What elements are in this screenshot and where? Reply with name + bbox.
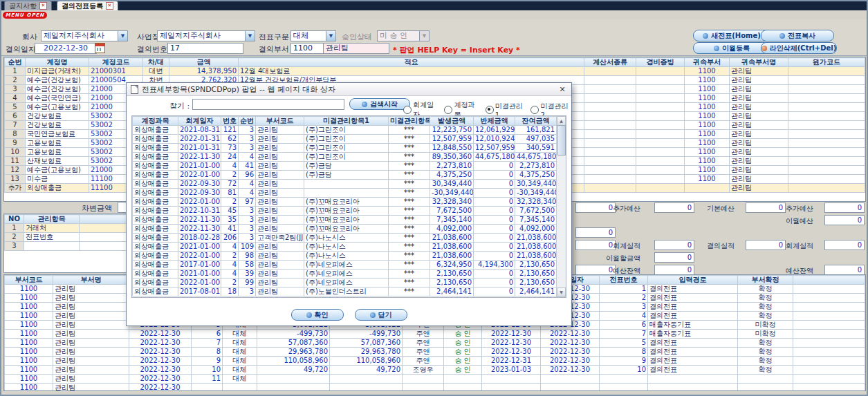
tab-notice[interactable]: 공지사항 ✕ xyxy=(4,1,52,10)
chevron-down-icon[interactable]: ▼ xyxy=(245,31,255,41)
chevron-down-icon[interactable]: ▼ xyxy=(326,31,335,41)
table-row[interactable]: 외상매출금2017-01-00458관리팀(주)네오피에스***6,324,95… xyxy=(133,261,557,270)
column-header[interactable]: 계산서종류 xyxy=(584,58,636,67)
approval-status-select[interactable]: 미 승 인 ▼ xyxy=(377,30,430,41)
table-row[interactable]: 외상매출금2021-08-311213관리팀(주)그린조이***12,223,7… xyxy=(133,126,557,135)
table-row[interactable]: 외상매출금2018-02-282063고객만족2팀(JJ(주)나노시스***21… xyxy=(133,234,557,243)
column-header[interactable]: 금액 xyxy=(169,58,239,67)
table-row[interactable]: 1100관리팀2022-12-306대체-499,730-499,730주앤승 … xyxy=(5,330,865,339)
column-header[interactable]: 귀속부서명 xyxy=(730,58,788,67)
budget-field-value[interactable]: 0 xyxy=(824,202,865,213)
table-row[interactable]: 외상매출금2022-01-00298관리팀(주)나노시스***21,038,60… xyxy=(133,252,557,261)
popup-title-bar[interactable]: 전표세부항목(SPNDCDPop) 팝업 -- 웹 페이지 대화 상자 ✕ xyxy=(127,83,571,96)
table-row[interactable]: 외상매출금2017-08-01183관리팀(주)노블인더스트리***2,464,… xyxy=(133,287,557,296)
budget-field-value[interactable]: 0 xyxy=(654,265,694,275)
tab-slip-register[interactable]: 결의전표등록 ✕ xyxy=(57,1,118,10)
column-header[interactable]: 반제금액 xyxy=(474,117,515,126)
new-slip-button[interactable]: 새전표(Home) xyxy=(693,30,770,41)
budget-field-value[interactable]: 0 xyxy=(575,265,616,275)
budget-field-value[interactable]: 0 xyxy=(575,202,616,213)
copy-slip-button[interactable]: 전표복사 xyxy=(761,30,834,41)
table-row[interactable]: 외상매출금2021-01-004109관리팀(주)나노시스***21,038,6… xyxy=(133,243,557,252)
column-header[interactable]: 원가코드 xyxy=(788,58,865,67)
scroll-up-icon[interactable]: ▲ xyxy=(557,116,566,126)
column-header[interactable]: 귀속부서 xyxy=(685,58,730,67)
slip-dept-code-field[interactable]: 1100 xyxy=(290,43,326,54)
column-header[interactable]: 부서명 xyxy=(53,276,129,285)
tab-close-icon[interactable]: ✕ xyxy=(106,2,113,10)
column-header[interactable]: 계정과목 xyxy=(133,117,178,126)
table-row[interactable]: 1100관리팀2022-12-307대체57,087,36057,087,360… xyxy=(5,339,865,348)
table-row[interactable]: 외상매출금2022-11-30413관리팀(주)꼬매요코리아***4,092,0… xyxy=(133,225,557,234)
column-header[interactable]: 순번 xyxy=(5,58,26,67)
column-header[interactable]: 적요 xyxy=(239,58,584,67)
budget-field-value[interactable]: 0 xyxy=(654,240,694,250)
carryover-register-button[interactable]: 이월등록 xyxy=(693,42,770,54)
table-row[interactable]: 외상매출금2022-10-31453관리팀(주)꼬매요코리아***7,672,5… xyxy=(133,207,557,216)
column-header[interactable]: 경비증빙 xyxy=(636,58,685,67)
table-row[interactable]: 외상매출금2022-01-00299관리팀(주)네오피에스***2,130,65… xyxy=(133,279,557,287)
column-header[interactable]: 계정명 xyxy=(26,58,89,67)
budget-field-value[interactable]: 0 xyxy=(824,240,865,250)
column-header[interactable]: 부서확정 xyxy=(738,276,793,285)
search-button[interactable]: 검색시작 xyxy=(349,98,410,110)
search-input[interactable] xyxy=(192,99,344,110)
table-row[interactable]: 외상매출금2022-11-30353관리팀(주)꼬매요코리아***7,345,1… xyxy=(133,216,557,225)
table-row[interactable]: 외상매출금2022-01-00296관리팀(주)금담***4,375,25004… xyxy=(133,171,557,180)
confirm-button[interactable]: 확인 xyxy=(291,309,344,321)
column-header[interactable]: 계정코드 xyxy=(89,58,143,67)
table-row[interactable]: 1100관리팀2022-12-3011대체 xyxy=(5,375,865,384)
scroll-down-icon[interactable]: ▼ xyxy=(557,287,566,297)
table-row[interactable]: 외상매출금2021-01-31733관리팀(주)그린조이***12,848,55… xyxy=(133,144,557,153)
column-header[interactable]: 관리항목 xyxy=(24,215,80,224)
tab-close-icon[interactable]: ✕ xyxy=(39,2,47,10)
column-header[interactable]: 발생금액 xyxy=(430,117,474,126)
table-row[interactable]: 외상매출금2022-09-30814관리팀***-30,349,4400-30,… xyxy=(133,189,557,198)
table-row[interactable]: 외상매출금2022-09-30724관리팀***30,349,440030,34… xyxy=(133,180,557,189)
budget-field-value[interactable]: 0 xyxy=(746,202,786,213)
column-header[interactable]: 부서코드 xyxy=(256,117,304,126)
budget-field-value[interactable]: 0 xyxy=(824,265,865,275)
table-row[interactable]: 1미지급금(거래처)21000301대변14,378,95012월 4대보험료1… xyxy=(5,67,865,76)
close-icon[interactable]: ✕ xyxy=(557,85,567,94)
table-row[interactable]: 외상매출금2022-11-30244관리팀(주)그린조이***89,350,36… xyxy=(133,153,557,162)
table-row[interactable]: 외상매출금2022-01-31623관리팀(주)그린조이***12,507,95… xyxy=(133,135,557,144)
budget-field-value[interactable]: 0 xyxy=(824,215,865,225)
calendar-icon[interactable] xyxy=(95,43,105,53)
column-header[interactable]: 번호 xyxy=(221,117,239,126)
column-header[interactable]: NO xyxy=(5,215,24,224)
column-header[interactable]: 전표번호 xyxy=(600,276,648,285)
budget-field-value[interactable]: 0 xyxy=(746,240,786,250)
column-header[interactable]: 회계일자 xyxy=(178,117,221,126)
budget-field-value[interactable]: 0 xyxy=(575,240,616,250)
column-header[interactable]: 미결관리항목2 xyxy=(389,117,430,126)
table-row[interactable]: 외상매출금2021-01-00441관리팀(주)금담***2,273,81002… xyxy=(133,162,557,171)
table-row[interactable]: 1100관리팀2022-12-30 xyxy=(5,384,865,392)
table-row[interactable]: 외상매출금2022-01-00297관리팀(주)꼬매요코리아***32,328,… xyxy=(133,198,557,207)
company-select[interactable]: 제일저지주식회사 ▼ xyxy=(41,30,128,41)
column-header[interactable]: 입력경로 xyxy=(648,276,738,285)
slip-number-field[interactable]: 17 xyxy=(167,43,243,54)
delete-line-button[interactable]: 라인삭제(Ctrl+Del) xyxy=(761,42,837,54)
column-header[interactable]: 차/대 xyxy=(143,58,169,67)
column-header[interactable]: 미결관리항목1 xyxy=(304,117,389,126)
table-row[interactable]: 1100관리팀2022-12-3010대체49,72049,720조영우승 인2… xyxy=(5,366,865,375)
close-button[interactable]: 닫기 xyxy=(355,309,407,321)
popup-scrollbar[interactable]: ▲ ▼ xyxy=(556,116,566,297)
budget-field-value[interactable]: 0 xyxy=(575,227,616,238)
site-select[interactable]: 제일저지주식회사 ▼ xyxy=(157,30,255,41)
column-header[interactable] xyxy=(793,276,865,285)
slip-type-select[interactable]: 대체 ▼ xyxy=(290,30,336,41)
chevron-down-icon[interactable]: ▼ xyxy=(118,31,127,41)
budget-field-value[interactable]: 0 xyxy=(654,252,694,263)
column-header[interactable]: 부서코드 xyxy=(5,276,53,285)
table-row[interactable]: 1100관리팀2022-12-309대체110,058,960110,058,9… xyxy=(5,357,865,366)
table-row[interactable]: 외상매출금2021-01-00439관리팀(주)네오피에스***2,130,65… xyxy=(133,270,557,279)
column-header[interactable]: 잔여금액 xyxy=(515,117,557,126)
slip-date-field[interactable]: 2022-12-30 xyxy=(35,43,97,54)
menu-open-button[interactable]: MENU OPEN xyxy=(3,12,47,19)
budget-field-value[interactable]: 0 xyxy=(654,202,694,213)
table-row[interactable]: 1100관리팀2022-12-308대체29,963,78029,963,780… xyxy=(5,348,865,357)
scrollbar-thumb[interactable] xyxy=(557,125,566,155)
column-header[interactable]: 순번 xyxy=(239,117,256,126)
